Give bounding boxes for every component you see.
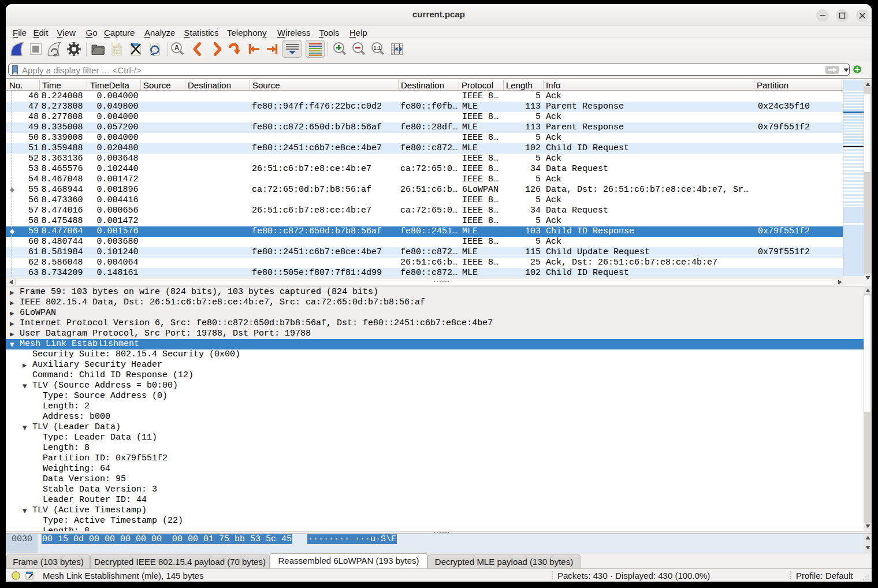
svg-text:0111: 0111 bbox=[113, 51, 121, 55]
svg-text:A: A bbox=[174, 44, 180, 52]
svg-text:1:1: 1:1 bbox=[374, 45, 381, 51]
